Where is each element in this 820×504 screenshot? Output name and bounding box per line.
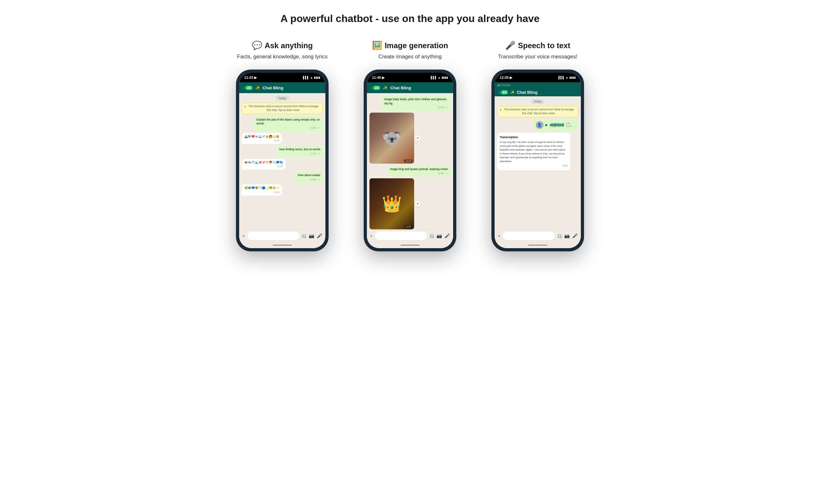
info-icon: ℹ [500, 108, 501, 112]
notch-ask [266, 73, 298, 80]
feature-emoji-speech: 🎤 [505, 41, 515, 50]
transcription-title: Transcription [500, 135, 568, 140]
chat-area-image: image baby koala, pink retro clothes and… [367, 93, 453, 229]
received-bubble: 🚢👫❤️💀🌊💎👴👩🔱😢11:02 [242, 133, 282, 144]
wa-back-ask[interactable]: ‹ 23 [243, 85, 253, 91]
info-icon: ℹ [245, 105, 246, 109]
feature-emoji-image: 🖼️ [372, 41, 382, 50]
feature-emoji-ask: 💬 [252, 41, 262, 50]
mic-icon[interactable]: 🎤 [572, 233, 578, 238]
feature-heading-ask: 💬Ask anything [252, 41, 313, 50]
mic-icon[interactable]: 🎤 [317, 233, 322, 238]
status-time-speech: 12:05 ▶ [500, 76, 512, 80]
wa-header-image: ‹ 23 ✨ Chat Bling [367, 82, 453, 93]
sent-bubble: image baby koala, pink retro clothes and… [382, 96, 451, 111]
wa-badge-ask: 23 [245, 86, 253, 90]
home-bar-image [367, 242, 453, 248]
feature-columns: 💬Ask anythingFacts, general knowledge, s… [219, 41, 601, 251]
status-time-ask: 11:03 ▶ [244, 76, 257, 80]
wa-title-ask: Chat Bling [263, 85, 283, 90]
home-bar-ask [239, 242, 325, 248]
feature-column-speech: 🎤Speech to textTranscribe your voice mes… [483, 41, 592, 251]
feature-heading-image: 🖼️Image generation [372, 41, 448, 50]
feature-heading-speech: 🎤Speech to text [505, 41, 570, 50]
system-message: ℹThis business uses a secure service fro… [242, 103, 323, 114]
voice-waveform [550, 123, 564, 127]
date-badge: Today [275, 96, 289, 101]
status-icons-image: ▌▌▌ ▲ ▮▮▮▮ [431, 76, 448, 79]
wa-back-image[interactable]: ‹ 23 [371, 85, 380, 91]
feature-subtext-speech: Transcribe your voice messages! [498, 54, 578, 60]
voice-duration: 0:30 [566, 122, 576, 124]
status-icons-speech: ▌▌▌ ▲ ▮▮▮▮ [558, 76, 576, 79]
received-bubble: 🐠🐟🦈🌊🐙🦑🐡👨🔍💙👣11:02 [242, 159, 286, 170]
notch-image [394, 73, 426, 80]
wa-bottom-ask: + 🗯 📷 🎤 [239, 229, 325, 242]
transcription-bubble: Transcription In my long life, I've been… [497, 133, 570, 170]
wa-badge-speech: 24 [501, 90, 508, 94]
chat-area-speech: TodayℹThis business uses a secure servic… [495, 96, 581, 229]
wa-bottom-speech: + 🗯 📷 🎤 [495, 229, 581, 242]
sticker-icon[interactable]: 🗯 [557, 233, 562, 238]
chrome-label: ◀ Chrome [497, 84, 511, 87]
sticker-icon[interactable]: 🗯 [302, 233, 306, 238]
mic-icon[interactable]: 🎤 [444, 233, 450, 238]
add-icon[interactable]: + [370, 233, 373, 238]
wa-title-image: Chat Bling [390, 85, 411, 90]
feature-subtext-ask: Facts, general knowledge, song lyrics [237, 54, 327, 60]
page-title: A powerful chatbot - use on the app you … [280, 13, 539, 25]
image-bubble-royals: 👑11:29 [369, 178, 414, 229]
transcription-time: 12:05 [500, 164, 568, 168]
wa-header-ask: ‹ 23 ✨ Chat Bling [239, 82, 325, 93]
sent-bubble: How about avatar11:03 ✓✓ [295, 172, 323, 182]
message-input[interactable] [248, 232, 299, 240]
sent-bubble: Explain the plot of the titanic using em… [254, 116, 323, 131]
system-message: ℹThis business uses a secure service fro… [497, 106, 578, 117]
camera-icon[interactable]: 📷 [564, 233, 570, 238]
received-bubble: 🌿👽💙🌳🏹🔵🌙💚🔥✨11:03 [242, 184, 282, 195]
feature-subtext-image: Create images of anything [378, 54, 442, 60]
camera-icon[interactable]: 📷 [309, 233, 314, 238]
sent-bubble: Now finding nemo, but no words11:02 ✓✓ [277, 146, 323, 157]
feature-column-ask: 💬Ask anythingFacts, general knowledge, s… [228, 41, 337, 251]
share-button[interactable]: ↗ [415, 201, 421, 207]
sent-bubble: image king and queen portrait, wearing c… [387, 166, 451, 176]
transcription-text: In my long life, I've been lucky enough … [500, 140, 568, 163]
message-input[interactable] [375, 232, 427, 240]
add-icon[interactable]: + [242, 233, 245, 238]
date-badge: Today [531, 99, 545, 104]
wa-title-speech: Chat Bling [517, 90, 537, 95]
phone-speech: 12:05 ▶ ▌▌▌ ▲ ▮▮▮▮ ◀ Chrome ‹ 24 ✨ Chat … [491, 70, 584, 251]
wa-badge-image: 23 [373, 86, 380, 90]
image-bubble-koala: 🐨11:29 [369, 113, 414, 164]
status-icons-ask: ▌▌▌ ▲ ▮▮▮▮ [303, 76, 320, 79]
wa-back-speech[interactable]: ‹ 24 [498, 89, 508, 95]
phone-ask: 11:03 ▶ ▌▌▌ ▲ ▮▮▮▮ ‹ 23 ✨ Chat Bling Tod… [236, 70, 329, 251]
chat-area-ask: TodayℹThis business uses a secure servic… [239, 93, 325, 229]
wa-bottom-image: + 🗯 📷 🎤 [367, 229, 453, 242]
play-button[interactable]: ▶ [545, 123, 548, 127]
wa-header-speech: ◀ Chrome ‹ 24 ✨ Chat Bling [495, 82, 581, 96]
add-icon[interactable]: + [498, 233, 500, 238]
voice-bubble: 👤 ▶ 0:30 12:05 ✓✓ [533, 119, 578, 131]
camera-icon[interactable]: 📷 [436, 233, 442, 238]
voice-avatar: 👤 [536, 121, 543, 129]
home-bar-speech [495, 242, 581, 248]
feature-column-image: 🖼️Image generationCreate images of anyth… [356, 41, 464, 251]
status-time-image: 11:46 ▶ [372, 76, 384, 80]
sticker-icon[interactable]: 🗯 [429, 233, 434, 238]
notch-speech [522, 73, 554, 80]
phone-image: 11:46 ▶ ▌▌▌ ▲ ▮▮▮▮ ‹ 23 ✨ Chat Bling ima… [364, 70, 456, 251]
share-button[interactable]: ↗ [415, 135, 421, 141]
message-input[interactable] [503, 232, 555, 240]
